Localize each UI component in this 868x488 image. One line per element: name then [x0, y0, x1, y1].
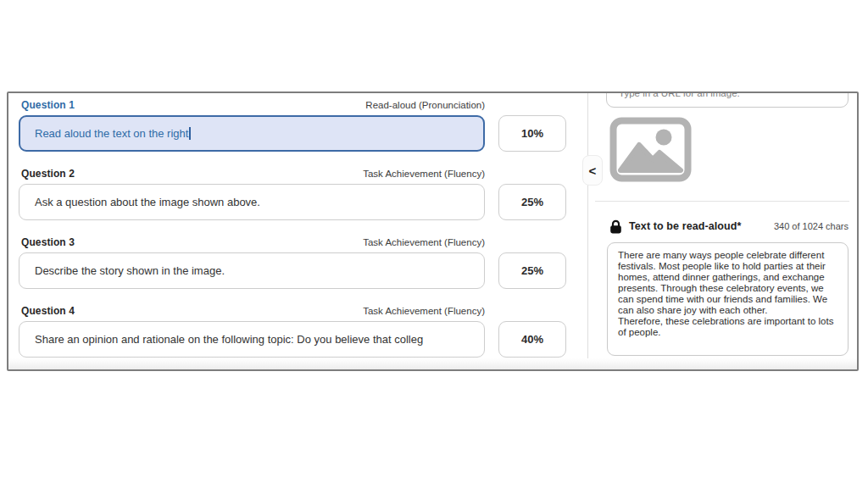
image-url-input[interactable]: Type in a URL for an image.: [606, 93, 849, 108]
question-label: Question 1: [21, 99, 75, 111]
question-text-value: Describe the story shown in the image.: [35, 264, 225, 277]
question-editor-frame: Question 1 Read-aloud (Pronunciation) Re…: [7, 92, 859, 371]
frame-footer-gradient: [8, 358, 857, 369]
question-text-value: Share an opinion and rationale on the fo…: [35, 333, 423, 346]
question-block-1: Question 1 Read-aloud (Pronunciation) Re…: [8, 99, 587, 155]
question-header: Question 4 Task Achievement (Fluency): [21, 305, 485, 317]
question-type-label: Task Achievement (Fluency): [363, 237, 485, 247]
text-cursor: [189, 127, 191, 140]
question-weight-input[interactable]: 40%: [498, 321, 566, 358]
question-text-value: Ask a question about the image shown abo…: [35, 196, 260, 208]
question-block-4: Question 4 Task Achievement (Fluency) Sh…: [8, 305, 587, 361]
question-text-value: Read aloud the text on the right: [35, 127, 188, 140]
question-block-2: Question 2 Task Achievement (Fluency) As…: [8, 168, 587, 224]
question-type-label: Task Achievement (Fluency): [363, 306, 485, 316]
question-text-input[interactable]: Read aloud the text on the right: [19, 115, 485, 152]
question-label: Question 4: [21, 305, 75, 317]
question-weight-input[interactable]: 25%: [498, 184, 566, 220]
question-label: Question 3: [21, 236, 75, 248]
image-placeholder-icon: [609, 117, 692, 182]
question-weight-input[interactable]: 10%: [498, 115, 566, 152]
question-header: Question 1 Read-aloud (Pronunciation): [21, 99, 485, 111]
read-aloud-header: Text to be read-aloud* 340 of 1024 chars: [609, 219, 849, 234]
read-aloud-textarea[interactable]: There are many ways people celebrate dif…: [607, 242, 849, 356]
image-url-placeholder: Type in a URL for an image.: [619, 93, 740, 98]
question-header: Question 2 Task Achievement (Fluency): [21, 168, 485, 180]
media-panel: Type in a URL for an image. Text to be r…: [588, 93, 857, 369]
question-type-label: Read-aloud (Pronunciation): [365, 100, 485, 110]
question-block-3: Question 3 Task Achievement (Fluency) De…: [8, 236, 587, 292]
section-divider: [595, 201, 849, 202]
question-weight-input[interactable]: 25%: [498, 252, 566, 289]
question-type-label: Task Achievement (Fluency): [363, 169, 485, 179]
questions-panel: Question 1 Read-aloud (Pronunciation) Re…: [8, 93, 587, 369]
question-text-input[interactable]: Describe the story shown in the image.: [19, 252, 485, 289]
question-header: Question 3 Task Achievement (Fluency): [21, 236, 485, 248]
question-text-input[interactable]: Ask a question about the image shown abo…: [19, 184, 485, 220]
read-aloud-title: Text to be read-aloud*: [629, 220, 742, 232]
lock-icon: [609, 219, 622, 234]
chevron-left-icon: <: [589, 164, 597, 178]
char-counter: 340 of 1024 chars: [774, 221, 849, 231]
screen: Question 1 Read-aloud (Pronunciation) Re…: [0, 0, 868, 488]
question-text-input[interactable]: Share an opinion and rationale on the fo…: [19, 321, 485, 358]
question-label: Question 2: [21, 168, 75, 180]
collapse-panel-button[interactable]: <: [582, 155, 603, 186]
